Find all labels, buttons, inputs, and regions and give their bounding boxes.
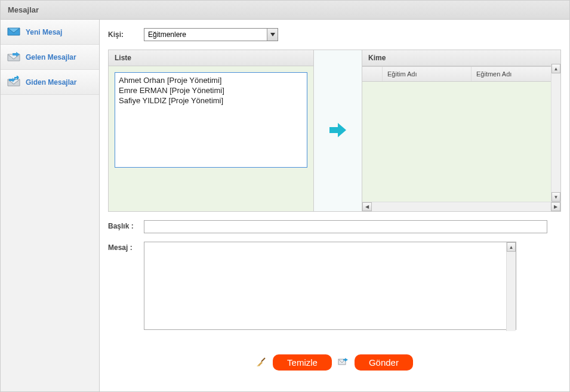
source-listbox[interactable]: Ahmet Orhan [Proje Yönetimi] Emre ERMAN … [115, 72, 307, 168]
scroll-down-button[interactable]: ▼ [551, 192, 560, 202]
recipient-type-row: Kişi: [108, 28, 561, 41]
recipient-type-select[interactable] [144, 28, 278, 41]
list-item[interactable]: Safiye YILDIZ [Proje Yönetimi] [118, 95, 304, 106]
recipient-type-label: Kişi: [108, 30, 144, 39]
sidebar: Yeni Mesaj Gelen Mesajlar Giden Mesajlar [1, 20, 100, 391]
horizontal-scrollbar[interactable]: ◀ ▶ [362, 202, 560, 211]
message-label: Mesaj : [108, 242, 144, 252]
subject-row: Başlık : [108, 220, 561, 233]
grid-header-row: Eğitim Adı Eğitmen Adı [362, 66, 560, 82]
textarea-scrollbar[interactable]: ▲ [506, 242, 516, 331]
subject-input[interactable] [144, 220, 547, 233]
source-panel-header: Liste [109, 50, 313, 66]
grid-header-col-course[interactable]: Eğitim Adı [383, 67, 472, 81]
target-panel: Kime Eğitim Adı Eğitmen Adı ▲ ▼ ◀ [362, 50, 561, 212]
target-panel-header: Kime [362, 50, 560, 66]
sidebar-item-new-message[interactable]: Yeni Mesaj [1, 20, 99, 45]
clear-button[interactable]: Temizle [273, 354, 332, 371]
sidebar-item-inbox[interactable]: Gelen Mesajlar [1, 45, 99, 70]
broom-icon [256, 356, 267, 369]
main-panel: Kişi: Liste Ahmet Orhan [Proje Yönetimi]… [100, 20, 569, 391]
app-window: Mesajlar Yeni Mesaj Gelen Mesajlar Giden… [0, 0, 570, 392]
scroll-up-button[interactable]: ▲ [551, 64, 560, 73]
arrow-right-icon [328, 121, 347, 139]
grid-header-col-trainer[interactable]: Eğitmen Adı [472, 67, 560, 81]
message-wrap: ▲ [144, 242, 516, 332]
scroll-right-button[interactable]: ▶ [551, 202, 560, 211]
envelope-in-icon [7, 51, 21, 63]
message-row: Mesaj : ▲ [108, 242, 561, 332]
envelope-icon [7, 26, 21, 38]
sidebar-item-label: Yeni Mesaj [26, 28, 62, 36]
recipient-type-select-wrap [144, 28, 278, 41]
transfer-gap [314, 50, 362, 212]
scroll-left-button[interactable]: ◀ [362, 202, 372, 211]
page-header: Mesajlar [1, 1, 569, 20]
body-layout: Yeni Mesaj Gelen Mesajlar Giden Mesajlar… [1, 20, 569, 391]
transfer-right-button[interactable] [328, 121, 347, 141]
page-title: Mesajlar [8, 5, 562, 14]
sidebar-item-label: Gelen Mesajlar [26, 53, 76, 61]
list-item[interactable]: Ahmet Orhan [Proje Yönetimi] [118, 75, 304, 85]
transfer-panels: Liste Ahmet Orhan [Proje Yönetimi] Emre … [108, 50, 561, 212]
grid-body [362, 82, 560, 211]
sidebar-item-label: Giden Mesajlar [26, 78, 76, 87]
scroll-track[interactable] [372, 202, 551, 211]
list-item[interactable]: Emre ERMAN [Proje Yönetimi] [118, 85, 304, 95]
sidebar-item-outbox[interactable]: Giden Mesajlar [1, 70, 99, 95]
scroll-up-button[interactable]: ▲ [507, 242, 516, 252]
envelope-out-icon [7, 76, 21, 88]
message-textarea[interactable] [144, 242, 516, 330]
send-mail-icon [338, 356, 349, 369]
action-footer: Temizle Gönder [108, 340, 561, 371]
source-panel: Liste Ahmet Orhan [Proje Yönetimi] Emre … [108, 50, 314, 212]
source-panel-body: Ahmet Orhan [Proje Yönetimi] Emre ERMAN … [109, 66, 313, 211]
subject-label: Başlık : [108, 220, 144, 230]
vertical-scrollbar[interactable]: ▲ ▼ [551, 64, 560, 202]
send-button[interactable]: Gönder [355, 354, 413, 371]
grid-header-spacer [362, 67, 383, 81]
